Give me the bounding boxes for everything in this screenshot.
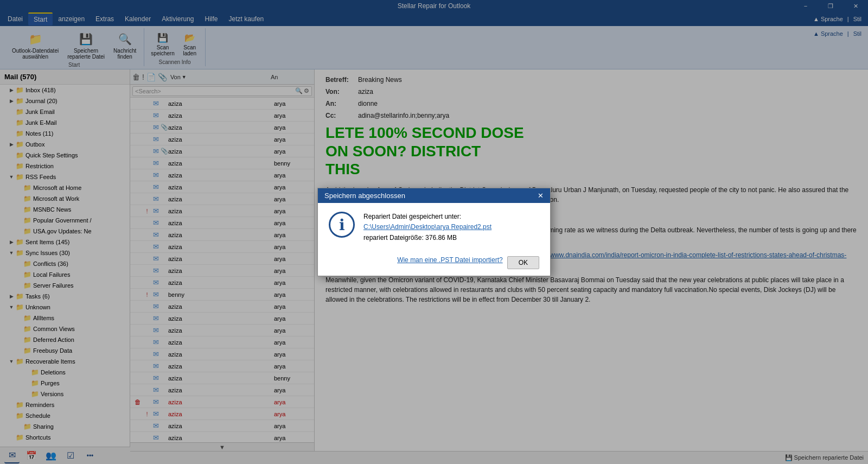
dialog-message: Repariert Datei gespeichert unter: xyxy=(363,212,539,222)
dialog-close-icon[interactable]: ✕ xyxy=(538,192,544,200)
dialog-body: ℹ Repariert Datei gespeichert unter: C:\… xyxy=(318,203,550,252)
dialog-title-text: Speichern abgeschlossen xyxy=(324,192,405,200)
import-pst-link[interactable]: Wie man eine .PST Datei importiert? xyxy=(397,256,503,269)
dialog-content: Repariert Datei gespeichert unter: C:\Us… xyxy=(363,212,539,243)
dialog-path-link[interactable]: C:\Users\Admin\Desktop\arya Repaired2.ps… xyxy=(363,223,492,231)
dialog-overlay: Speichern abgeschlossen ✕ ℹ Repariert Da… xyxy=(0,0,868,464)
dialog-footer: Wie man eine .PST Datei importiert? OK xyxy=(318,252,550,276)
dialog-ok-button[interactable]: OK xyxy=(507,256,539,269)
save-complete-dialog: Speichern abgeschlossen ✕ ℹ Repariert Da… xyxy=(317,188,551,276)
dialog-info-icon: ℹ xyxy=(329,212,355,238)
dialog-size: repariert Dateigröße: 376.86 MB xyxy=(363,233,539,243)
dialog-title-bar: Speichern abgeschlossen ✕ xyxy=(318,188,550,203)
